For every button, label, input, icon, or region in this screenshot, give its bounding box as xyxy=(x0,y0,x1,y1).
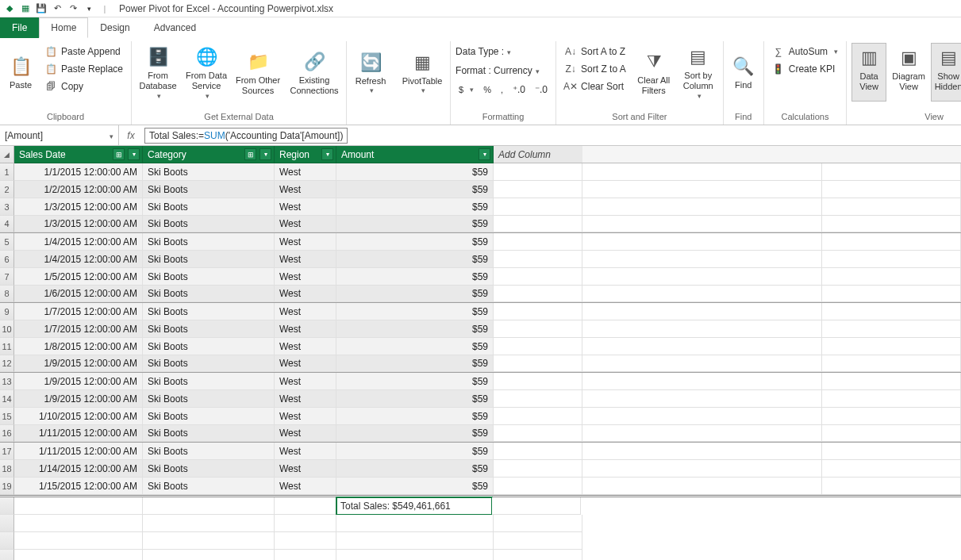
insert-column-icon[interactable]: ⊞ xyxy=(244,148,256,160)
row-header[interactable]: 4 xyxy=(0,216,14,232)
row-header[interactable]: 9 xyxy=(0,303,14,320)
cell-amount[interactable]: $59 xyxy=(336,303,494,320)
row-header[interactable]: 15 xyxy=(0,408,14,425)
cell-category[interactable]: Ski Boots xyxy=(143,443,275,460)
cell-blank[interactable] xyxy=(494,181,582,198)
cell-sales-date[interactable]: 1/4/2015 12:00:00 AM xyxy=(14,251,143,268)
cell-sales-date[interactable]: 1/15/2015 12:00:00 AM xyxy=(14,478,143,495)
formula-bar[interactable]: Total Sales:=SUM('Accounting Data'[Amoun… xyxy=(144,128,348,144)
qat-dropdown-icon[interactable]: ▾ xyxy=(83,2,95,15)
cell-blank[interactable] xyxy=(494,198,582,216)
add-column[interactable]: Add Column xyxy=(494,146,582,163)
pivottable-button[interactable]: ▦PivotTable xyxy=(399,43,445,102)
cell-sales-date[interactable]: 1/9/2015 12:00:00 AM xyxy=(14,390,143,408)
cell-category[interactable]: Ski Boots xyxy=(143,373,275,390)
find-button[interactable]: 🔍Find xyxy=(728,43,759,102)
cell-category[interactable]: Ski Boots xyxy=(143,268,275,286)
cell-sales-date[interactable]: 1/10/2015 12:00:00 AM xyxy=(14,408,143,425)
row-header[interactable]: 19 xyxy=(0,478,14,495)
cell-amount[interactable]: $59 xyxy=(336,163,494,181)
increase-decimal-button[interactable]: ⁺.0 xyxy=(509,81,529,98)
cell-category[interactable]: Ski Boots xyxy=(143,425,275,442)
cell-amount[interactable]: $59 xyxy=(336,286,494,302)
row-header[interactable]: 18 xyxy=(0,460,14,478)
cell-amount[interactable]: $59 xyxy=(336,233,494,251)
row-header[interactable]: 6 xyxy=(0,251,14,268)
cell-region[interactable]: West xyxy=(275,338,336,355)
cell-region[interactable]: West xyxy=(275,443,336,460)
row-header[interactable]: 17 xyxy=(0,443,14,460)
cell-region[interactable]: West xyxy=(275,303,336,320)
cell-category[interactable]: Ski Boots xyxy=(143,286,275,302)
cell-region[interactable]: West xyxy=(275,390,336,408)
cell-category[interactable]: Ski Boots xyxy=(143,460,275,478)
cell-region[interactable]: West xyxy=(275,320,336,338)
cell-blank[interactable] xyxy=(494,251,582,268)
cell-category[interactable]: Ski Boots xyxy=(143,338,275,355)
sort-za-button[interactable]: Z↓Sort Z to A xyxy=(561,60,629,78)
row-header[interactable]: 13 xyxy=(0,373,14,390)
calc-cell[interactable] xyxy=(143,497,275,515)
cell-blank[interactable] xyxy=(494,355,582,372)
cell-amount[interactable]: $59 xyxy=(336,338,494,355)
cell-amount[interactable]: $59 xyxy=(336,268,494,286)
cell-blank[interactable] xyxy=(494,443,582,460)
row-header[interactable]: 7 xyxy=(0,268,14,286)
cell-sales-date[interactable]: 1/11/2015 12:00:00 AM xyxy=(14,443,143,460)
row-header[interactable]: 2 xyxy=(0,181,14,198)
cell-sales-date[interactable]: 1/14/2015 12:00:00 AM xyxy=(14,460,143,478)
cell-category[interactable]: Ski Boots xyxy=(143,478,275,495)
cell-amount[interactable]: $59 xyxy=(336,425,494,442)
paste-append-button[interactable]: 📋Paste Append xyxy=(41,43,126,60)
cell-amount[interactable]: $59 xyxy=(336,460,494,478)
tab-advanced[interactable]: Advanced xyxy=(142,17,208,38)
cell-sales-date[interactable]: 1/1/2015 12:00:00 AM xyxy=(14,163,143,181)
cell-amount[interactable]: $59 xyxy=(336,355,494,372)
cell-blank[interactable] xyxy=(494,390,582,408)
comma-button[interactable]: , xyxy=(498,81,506,98)
cell-region[interactable]: West xyxy=(275,425,336,442)
cell-sales-date[interactable]: 1/4/2015 12:00:00 AM xyxy=(14,233,143,251)
tab-home[interactable]: Home xyxy=(39,17,88,38)
cell-amount[interactable]: $59 xyxy=(336,443,494,460)
cell-blank[interactable] xyxy=(494,425,582,442)
filter-icon[interactable]: ▾ xyxy=(321,148,333,160)
autosum-button[interactable]: ∑AutoSum xyxy=(769,43,841,60)
filter-icon[interactable]: ▾ xyxy=(128,148,140,160)
cell-region[interactable]: West xyxy=(275,460,336,478)
cell-amount[interactable]: $59 xyxy=(336,390,494,408)
row-header[interactable]: 16 xyxy=(0,425,14,442)
cell-amount[interactable]: $59 xyxy=(336,251,494,268)
sort-az-button[interactable]: A↓Sort A to Z xyxy=(561,43,629,60)
create-kpi-button[interactable]: 🚦Create KPI xyxy=(769,60,841,78)
grid-corner[interactable]: ◢ xyxy=(0,146,14,163)
cell-region[interactable]: West xyxy=(275,216,336,232)
cell-amount[interactable]: $59 xyxy=(336,181,494,198)
row-header[interactable]: 3 xyxy=(0,198,14,216)
cell-blank[interactable] xyxy=(494,233,582,251)
cell-region[interactable]: West xyxy=(275,478,336,495)
cell-category[interactable]: Ski Boots xyxy=(143,216,275,232)
column-header-sales-date[interactable]: Sales Date⊞▾ xyxy=(14,146,143,163)
row-header[interactable]: 12 xyxy=(0,355,14,372)
cell-sales-date[interactable]: 1/3/2015 12:00:00 AM xyxy=(14,216,143,232)
cell-category[interactable]: Ski Boots xyxy=(143,408,275,425)
cell-region[interactable]: West xyxy=(275,355,336,372)
existing-connections-button[interactable]: 🔗Existing Connections xyxy=(287,43,341,102)
cell-sales-date[interactable]: 1/7/2015 12:00:00 AM xyxy=(14,320,143,338)
diagram-view-button[interactable]: ▣Diagram View xyxy=(891,43,926,102)
row-header[interactable]: 10 xyxy=(0,320,14,338)
cell-category[interactable]: Ski Boots xyxy=(143,198,275,216)
data-view-button[interactable]: ▥Data View xyxy=(851,43,886,102)
sort-by-column-button[interactable]: ▤Sort by Column xyxy=(678,43,718,102)
cell-sales-date[interactable]: 1/9/2015 12:00:00 AM xyxy=(14,373,143,390)
cell-region[interactable]: West xyxy=(275,268,336,286)
cell-blank[interactable] xyxy=(494,478,582,495)
cell-sales-date[interactable]: 1/6/2015 12:00:00 AM xyxy=(14,286,143,302)
cell-region[interactable]: West xyxy=(275,286,336,302)
column-header-amount[interactable]: Amount▾ xyxy=(336,146,494,163)
save-icon[interactable]: 💾 xyxy=(35,2,48,15)
insert-column-icon[interactable]: ⊞ xyxy=(113,148,125,160)
calc-cell[interactable] xyxy=(275,497,336,515)
cell-category[interactable]: Ski Boots xyxy=(143,303,275,320)
